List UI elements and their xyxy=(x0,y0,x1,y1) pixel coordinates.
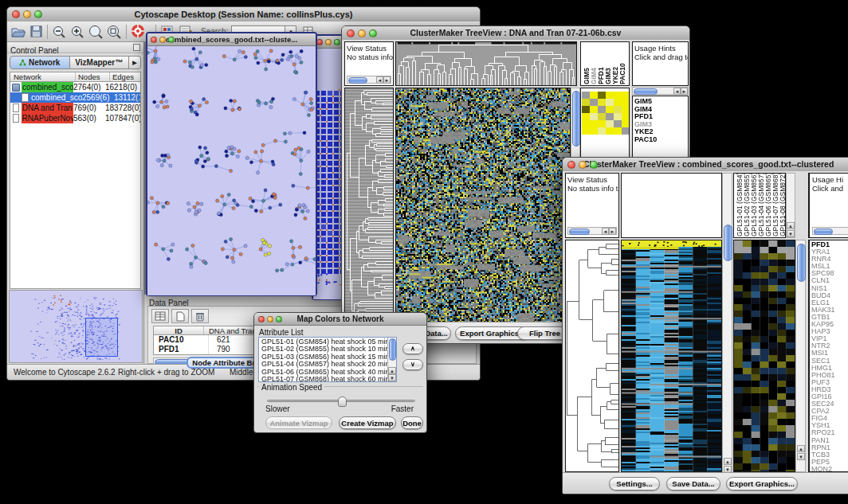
save-data-button[interactable]: Save Data... xyxy=(666,477,720,490)
scroll-up-icon[interactable]: ▲ xyxy=(787,222,795,229)
network-overview-canvas[interactable] xyxy=(9,290,143,363)
tab-vizmapper[interactable]: VizMapper™ xyxy=(70,56,130,69)
network-tree-row[interactable]: combined_scores2764(0)16218(0) xyxy=(10,82,140,92)
scroll-right-icon[interactable]: ► xyxy=(383,76,391,84)
help-icon[interactable] xyxy=(131,24,146,39)
tab-network[interactable]: Network xyxy=(10,56,70,69)
close-button[interactable] xyxy=(347,29,355,37)
close-button[interactable] xyxy=(316,39,323,45)
network-tree-row[interactable]: RNAPuberNov2+|563(0)107847(0) xyxy=(10,113,140,123)
minimize-button[interactable] xyxy=(325,39,332,45)
tv1-summary-hscrollbar[interactable]: ◄ ► xyxy=(632,87,689,95)
network-tree-row[interactable]: DNA and Tran 07769(0)183728(0) xyxy=(10,103,140,113)
zoom-in-icon[interactable] xyxy=(70,25,85,39)
scroll-up-icon[interactable]: ▲ xyxy=(797,445,805,452)
main-title-bar[interactable]: Cytoscape Desktop (Session Name: collins… xyxy=(7,7,480,22)
treeview2-title-bar[interactable]: ClusterMaker TreeView : combined_scores_… xyxy=(563,158,848,172)
zoom-out-icon[interactable] xyxy=(52,25,67,39)
tv2-gene-list[interactable]: PFD1YRA1RNR4MSL1SPC98CLN1NIS1BUD4ELG1MAK… xyxy=(808,240,848,472)
scroll-up-icon[interactable]: ▲ xyxy=(724,458,732,465)
scroll-down-icon[interactable]: ▼ xyxy=(787,230,795,237)
tv2-gene-dendrogram[interactable] xyxy=(565,240,619,472)
zoom-window-button[interactable] xyxy=(590,161,598,169)
tv1-gene-dendrogram[interactable] xyxy=(344,88,394,323)
move-down-button[interactable]: ∨ xyxy=(402,359,423,370)
attribute-table-icon[interactable] xyxy=(151,309,169,323)
attribute-list-vscrollbar[interactable]: ▲ ▼ xyxy=(387,338,396,381)
scroll-down-icon[interactable]: ▼ xyxy=(388,374,396,381)
done-button[interactable]: Done xyxy=(401,416,423,429)
tv2-heatmap[interactable] xyxy=(621,240,722,472)
zoom-window-button[interactable] xyxy=(168,37,175,43)
tv2-column-label[interactable]: GPL51-08 (GSM872) xyxy=(779,173,786,236)
tabs-more-button[interactable]: ▶ xyxy=(129,56,141,69)
tv2-hints-hscrollbar[interactable] xyxy=(812,227,848,235)
tv1-summary-heatmap[interactable] xyxy=(582,92,630,135)
zoom-selected-icon[interactable] xyxy=(107,25,122,39)
zoom-window-button[interactable] xyxy=(334,39,340,45)
gene-list-item[interactable]: MON2 xyxy=(811,466,848,472)
scroll-right-icon[interactable]: ► xyxy=(681,88,688,95)
zoom-fit-icon[interactable] xyxy=(88,25,104,39)
move-up-button[interactable]: ∧ xyxy=(402,343,423,354)
tv2-column-label[interactable]: GPL51-07 (GSM868) xyxy=(771,173,779,236)
treeview1-title-bar[interactable]: ClusterMaker TreeView : DNA and Tran 07-… xyxy=(342,26,689,41)
float-panel-icon[interactable] xyxy=(133,44,140,51)
tv1-column-label[interactable]: GIM5 xyxy=(583,68,590,84)
settings-button[interactable]: Settings... xyxy=(609,477,660,490)
tv2-heatmap-vscrollbar[interactable]: ▲ ▼ xyxy=(722,173,732,474)
zoom-window-button[interactable] xyxy=(369,29,377,37)
tv2-labels-scroll[interactable]: ▲ ▼ xyxy=(786,173,795,238)
minimize-button[interactable] xyxy=(23,10,31,18)
attribute-list-item[interactable]: GPL51-07 (GSM868) heat shock 60 min xyxy=(261,376,396,382)
tv2-column-label[interactable]: GPL51-02 (GSM855) xyxy=(743,173,750,236)
animate-vizmap-button[interactable]: Animate Vizmap xyxy=(265,416,332,429)
dialog-title-bar[interactable]: Map Colors to Network xyxy=(254,313,426,326)
scroll-down-icon[interactable]: ▼ xyxy=(797,453,805,460)
zoom-window-button[interactable] xyxy=(34,10,42,18)
minimize-button[interactable] xyxy=(267,316,273,322)
tv1-column-dendrogram[interactable] xyxy=(395,41,577,86)
tv1-column-label[interactable]: GIM4 xyxy=(590,68,597,84)
new-document-icon[interactable] xyxy=(171,309,189,323)
animation-speed-slider[interactable] xyxy=(267,400,415,402)
export-graphics-button[interactable]: Export Graphics... xyxy=(726,477,798,490)
create-vizmap-button[interactable]: Create Vizmap xyxy=(339,416,396,429)
scroll-up-icon[interactable]: ▲ xyxy=(388,367,396,374)
close-button[interactable] xyxy=(258,316,265,322)
tv1-heatmap[interactable] xyxy=(395,88,571,323)
tv2-column-label[interactable]: GPL51-03 (GSM856) xyxy=(750,173,757,236)
tv1-status-hscrollbar[interactable]: ◄ ► xyxy=(347,76,391,84)
scroll-left-icon[interactable]: ◄ xyxy=(673,88,681,95)
tv2-status-hscrollbar[interactable]: ◄ ► xyxy=(567,227,617,235)
tv1-column-label[interactable]: GIM3 xyxy=(604,68,611,84)
tv1-row-label[interactable]: PAC10 xyxy=(634,136,688,144)
minimize-button[interactable] xyxy=(358,29,366,37)
zoom-window-button[interactable] xyxy=(276,316,282,322)
scroll-left-icon[interactable]: ◄ xyxy=(602,228,609,235)
tv2-zoom-heatmap[interactable] xyxy=(733,240,795,472)
close-button[interactable] xyxy=(12,10,20,18)
tv2-zoom-vscrollbar[interactable]: ▲ ▼ xyxy=(795,240,806,472)
tv1-column-label[interactable]: PFD1 xyxy=(597,67,604,84)
close-button[interactable] xyxy=(151,37,157,43)
save-icon[interactable] xyxy=(29,25,43,38)
minimize-button[interactable] xyxy=(579,161,587,169)
tv2-column-label[interactable]: GPL51-01 (GSM854) xyxy=(736,173,743,236)
scroll-right-icon[interactable]: ► xyxy=(609,228,616,235)
attribute-list[interactable]: GPL51-01 (GSM854) heat shock 05 minGPL51… xyxy=(258,337,397,382)
minimize-button[interactable] xyxy=(159,37,166,43)
tv2-column-label[interactable]: GPL51-04 (GSM857) xyxy=(757,173,764,236)
network-canvas[interactable] xyxy=(147,46,316,295)
close-button[interactable] xyxy=(567,161,575,169)
slider-thumb[interactable] xyxy=(338,397,347,407)
tv2-column-dendrogram-area[interactable] xyxy=(621,173,722,238)
tv1-column-label[interactable]: YKE2 xyxy=(611,67,618,84)
open-icon[interactable] xyxy=(10,25,26,38)
tv1-column-label[interactable]: PAC10 xyxy=(618,63,626,84)
network-tree-row[interactable]: combined_sco2569(6)13112(15) xyxy=(10,92,140,103)
scroll-left-icon[interactable]: ◄ xyxy=(376,76,383,84)
delete-icon[interactable] xyxy=(191,309,209,323)
tv2-column-label[interactable]: GPL51-06 (GSM865) xyxy=(764,173,771,236)
network1-title-bar[interactable]: combined_scores_good.txt--cluste... xyxy=(147,33,316,46)
